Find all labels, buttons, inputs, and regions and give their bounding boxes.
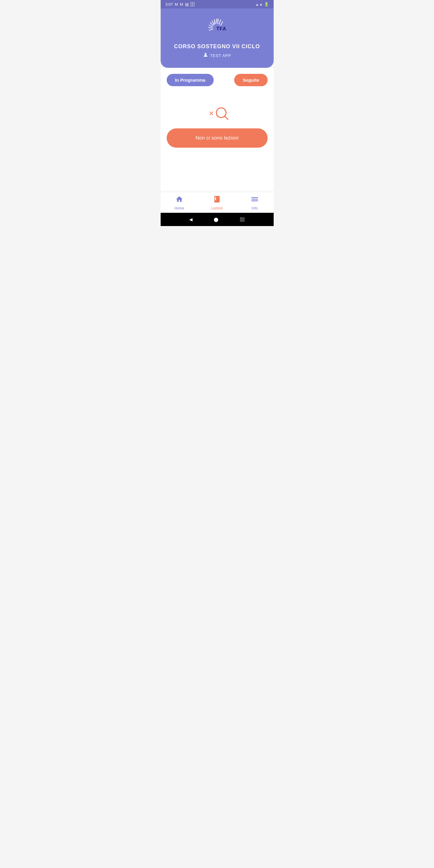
in-programma-button[interactable]: In Programma (167, 74, 214, 86)
nav-lezioni-label: Lezioni (211, 206, 223, 210)
svg-line-7 (218, 19, 218, 24)
svg-line-3 (210, 23, 213, 26)
nav-home-label: Home (175, 206, 184, 210)
user-row: TEST APP (203, 52, 231, 59)
svg-line-0 (216, 19, 217, 24)
svg-line-8 (219, 20, 221, 24)
status-right: ▴ ▲ 🔋 (256, 2, 269, 7)
svg-line-6 (209, 29, 213, 30)
main-content: In Programma Seguite ✕ Non ci sono lezio… (161, 68, 274, 192)
battery-icon: 🔋 (264, 2, 269, 7)
svg-line-9 (221, 22, 223, 26)
no-results-icon: ✕ (208, 104, 226, 119)
status-icon-m1: M (175, 2, 178, 7)
app-title: CORSO SOSTEGNO VII CICLO (174, 43, 260, 50)
nav-info[interactable]: Info (236, 195, 274, 210)
svg-point-11 (205, 53, 207, 55)
info-icon (251, 195, 258, 205)
nav-info-label: Info (252, 206, 258, 210)
app-header: TFA CORSO SOSTEGNO VII CICLO TEST APP (161, 8, 274, 68)
lezioni-icon (213, 195, 221, 205)
nav-home[interactable]: Home (161, 195, 198, 210)
status-icon-s: 🅂 (190, 2, 194, 7)
no-lessons-message: Non ci sono lezioni (167, 128, 268, 148)
svg-text:✕: ✕ (209, 110, 214, 117)
home-icon (176, 195, 183, 205)
tfa-logo: TFA (205, 14, 229, 38)
status-left: 3:07 M M ▤ 🅂 (165, 2, 194, 7)
user-icon (203, 52, 208, 59)
svg-rect-17 (215, 197, 216, 200)
status-time: 3:07 (165, 2, 173, 7)
bottom-nav: Home Lezioni Info (161, 192, 274, 213)
filter-row: In Programma Seguite (167, 74, 268, 86)
nav-lezioni[interactable]: Lezioni (198, 195, 236, 210)
empty-state: ✕ Non ci sono lezioni (167, 98, 268, 154)
recents-button[interactable]: ⬛ (240, 217, 245, 222)
svg-line-4 (209, 25, 213, 27)
user-label: TEST APP (210, 53, 231, 58)
svg-line-14 (224, 116, 228, 119)
android-nav-bar: ◀ ⬤ ⬛ (161, 213, 274, 226)
status-bar: 3:07 M M ▤ 🅂 ▴ ▲ 🔋 (161, 0, 274, 8)
svg-line-2 (212, 21, 214, 25)
status-icon-m2: M (180, 2, 183, 7)
home-button[interactable]: ⬤ (214, 217, 218, 222)
svg-text:TFA: TFA (216, 26, 226, 31)
logo-container: TFA (205, 14, 229, 38)
svg-line-5 (209, 27, 213, 28)
wifi-icon: ▴ (256, 2, 258, 7)
seguite-button[interactable]: Seguite (234, 74, 267, 86)
signal-icon: ▲ (259, 2, 263, 6)
status-icon-clip: ▤ (185, 2, 189, 7)
back-button[interactable]: ◀ (189, 217, 193, 222)
